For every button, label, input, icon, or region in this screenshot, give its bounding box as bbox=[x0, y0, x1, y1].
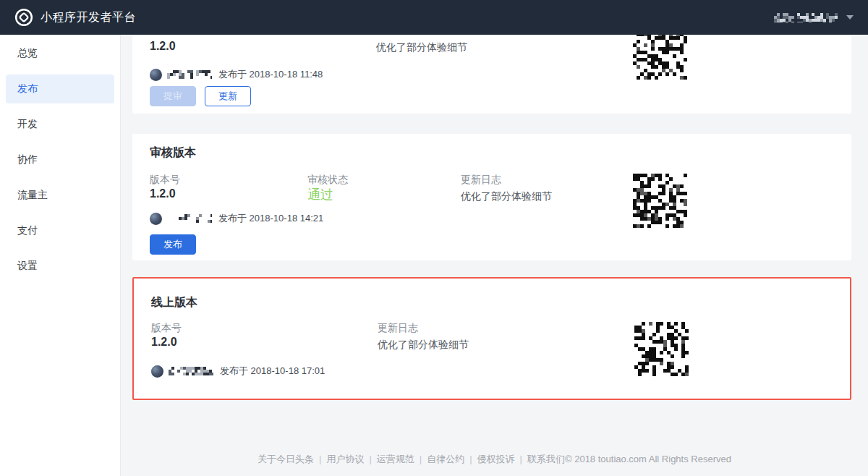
footer-separator: | bbox=[520, 454, 522, 464]
qr-code bbox=[634, 322, 689, 376]
footer: 关于今日头条|用户协议|运营规范|自律公约|侵权投诉|联系我们© 2018 to… bbox=[121, 453, 868, 466]
app-title: 小程序开发者平台 bbox=[41, 10, 136, 25]
sidebar-item-label: 发布 bbox=[17, 82, 38, 95]
card-title: 审核版本 bbox=[150, 145, 196, 161]
footer-link-operation-rules[interactable]: 运营规范 bbox=[377, 454, 414, 464]
sidebar-item-payment[interactable]: 支付 bbox=[6, 216, 114, 245]
chevron-down-icon bbox=[846, 15, 854, 20]
footer-separator: | bbox=[369, 454, 371, 464]
sidebar-item-label: 协作 bbox=[17, 153, 38, 166]
brand: 小程序开发者平台 bbox=[14, 8, 136, 27]
review-version-card: 审核版本 版本号 1.2.0 审核状态 通过 更新日志 优化了部分体验细节 发布… bbox=[132, 134, 851, 260]
sidebar: 总览 发布 开发 协作 流量主 支付 设置 bbox=[0, 35, 121, 476]
review-status-value: 通过 bbox=[307, 186, 333, 203]
sidebar-item-label: 总览 bbox=[17, 47, 38, 60]
copyright: © 2018 toutiao.com All Rights Reserved bbox=[565, 454, 731, 464]
publisher-avatar bbox=[150, 213, 162, 225]
update-button[interactable]: 更新 bbox=[205, 86, 251, 106]
qr-code bbox=[633, 174, 687, 228]
submit-review-button[interactable]: 提审 bbox=[150, 86, 196, 106]
footer-separator: | bbox=[420, 454, 422, 464]
actions-row: 提审 更新 bbox=[150, 86, 251, 106]
user-menu[interactable] bbox=[774, 10, 854, 25]
sidebar-item-label: 开发 bbox=[17, 118, 38, 131]
footer-link-infringement[interactable]: 侵权投诉 bbox=[477, 454, 515, 464]
publisher-name-redacted bbox=[167, 70, 212, 79]
user-name-redacted bbox=[774, 13, 838, 22]
footer-separator: | bbox=[319, 454, 321, 464]
publisher-row: 发布于 2018-10-18 17:01 bbox=[151, 365, 325, 378]
publisher-row: 发布于 2018-10-18 11:48 bbox=[150, 68, 323, 81]
actions-row: 发布 bbox=[150, 234, 196, 255]
publisher-name-redacted bbox=[167, 214, 212, 223]
publisher-avatar bbox=[151, 365, 163, 378]
version-number: 1.2.0 bbox=[150, 187, 176, 200]
sidebar-item-publish[interactable]: 发布 bbox=[6, 75, 114, 103]
changelog-label: 更新日志 bbox=[378, 322, 418, 335]
changelog-value: 优化了部分体验细节 bbox=[378, 339, 469, 352]
main-content: 1.2.0 优化了部分体验细节 发布于 2018-10-18 11:48 提审 … bbox=[121, 35, 868, 476]
card-title: 线上版本 bbox=[151, 295, 197, 310]
review-status-label: 审核状态 bbox=[307, 174, 348, 187]
top-navbar: 小程序开发者平台 bbox=[0, 0, 868, 35]
publish-button[interactable]: 发布 bbox=[150, 234, 196, 255]
publisher-avatar bbox=[150, 69, 162, 81]
changelog-value: 优化了部分体验细节 bbox=[461, 190, 552, 203]
changelog-label: 更新日志 bbox=[461, 174, 501, 187]
online-version-card: 线上版本 版本号 1.2.0 更新日志 优化了部分体验细节 发布于 2018-1… bbox=[132, 277, 851, 400]
publish-time: 发布于 2018-10-18 17:01 bbox=[220, 365, 325, 378]
footer-link-user-agreement[interactable]: 用户协议 bbox=[326, 454, 364, 464]
sidebar-item-label: 设置 bbox=[17, 260, 38, 273]
version-label: 版本号 bbox=[151, 322, 182, 335]
footer-separator: | bbox=[469, 454, 472, 464]
sidebar-item-monetization[interactable]: 流量主 bbox=[6, 181, 114, 210]
sidebar-item-collaboration[interactable]: 协作 bbox=[6, 145, 114, 174]
publisher-row: 发布于 2018-10-18 14:21 bbox=[150, 212, 323, 225]
app-logo-icon bbox=[14, 8, 33, 27]
version-number: 1.2.0 bbox=[151, 336, 177, 349]
footer-link-contact[interactable]: 联系我们 bbox=[527, 454, 565, 464]
sidebar-item-overview[interactable]: 总览 bbox=[6, 39, 114, 68]
publish-time: 发布于 2018-10-18 11:48 bbox=[218, 68, 323, 81]
sidebar-item-develop[interactable]: 开发 bbox=[6, 110, 114, 139]
sidebar-item-settings[interactable]: 设置 bbox=[6, 252, 114, 281]
qr-code bbox=[633, 35, 687, 80]
footer-link-self-discipline[interactable]: 自律公约 bbox=[427, 454, 464, 464]
publisher-name-redacted bbox=[169, 367, 213, 375]
app-root: 小程序开发者平台 总览 发布 开发 协作 流量主 支付 设置 bbox=[0, 0, 868, 476]
test-version-card: 1.2.0 优化了部分体验细节 发布于 2018-10-18 11:48 提审 … bbox=[132, 35, 851, 114]
changelog-value: 优化了部分体验细节 bbox=[376, 41, 467, 54]
publish-time: 发布于 2018-10-18 14:21 bbox=[218, 212, 323, 225]
footer-link-about[interactable]: 关于今日头条 bbox=[258, 454, 314, 464]
sidebar-item-label: 支付 bbox=[17, 224, 38, 237]
sidebar-item-label: 流量主 bbox=[17, 189, 48, 202]
version-number: 1.2.0 bbox=[150, 40, 176, 53]
version-label: 版本号 bbox=[150, 174, 180, 187]
